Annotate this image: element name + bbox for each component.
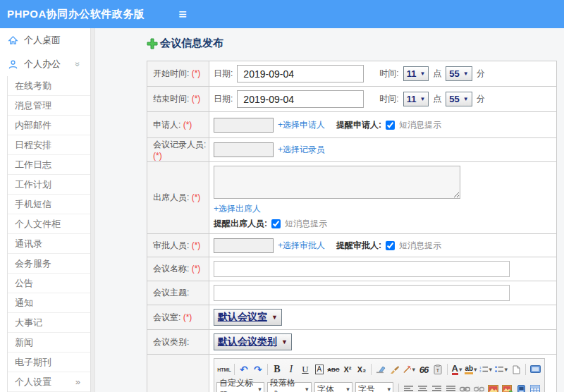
approver-sms-checkbox[interactable] bbox=[386, 241, 395, 250]
form-row-start-time: 开始时间: (*) 日期: 时间: 11 点 55 分 bbox=[147, 61, 557, 87]
sidebar-item-internal-mail[interactable]: 内部邮件 bbox=[8, 116, 90, 135]
bold-icon[interactable]: B bbox=[270, 362, 284, 376]
redo-icon[interactable]: ↷ bbox=[251, 362, 265, 376]
sidebar-item-work-log[interactable]: 工作日志 bbox=[8, 155, 90, 175]
heading-style-select[interactable]: 自定义标题 bbox=[216, 382, 264, 392]
font-color-icon[interactable]: A bbox=[452, 364, 458, 375]
unordered-list-icon[interactable] bbox=[494, 362, 509, 376]
sidebar-item-message-management[interactable]: 消息管理 bbox=[8, 96, 90, 116]
subscript-icon[interactable]: X₂ bbox=[355, 362, 369, 376]
sidebar-sub-menu: 在线考勤 消息管理 内部邮件 日程安排 工作日志 工作计划 手机短信 个人文件柜… bbox=[7, 76, 90, 392]
sidebar-item-label: 个人办公 bbox=[24, 58, 61, 71]
meeting-name-input[interactable] bbox=[214, 261, 510, 277]
form-row-approver: 审批人员: (*) +选择审批人 提醒审批人: 短消息提示 bbox=[147, 234, 557, 257]
format-brush-icon[interactable] bbox=[388, 362, 402, 376]
applicant-sms-checkbox[interactable] bbox=[386, 121, 395, 130]
undo-icon[interactable]: ↶ bbox=[237, 362, 251, 376]
align-justify-icon[interactable] bbox=[443, 382, 458, 392]
ordered-list-icon[interactable]: 12 bbox=[478, 362, 494, 376]
attendees-textarea[interactable] bbox=[214, 166, 460, 199]
end-minute-select[interactable]: 55 bbox=[446, 92, 472, 106]
sms-hint-label: 短消息提示 bbox=[399, 119, 441, 131]
sidebar-item-announcement[interactable]: 公告 bbox=[8, 274, 90, 293]
align-center-icon[interactable] bbox=[415, 382, 429, 392]
highlight-color-icon[interactable]: ab bbox=[465, 365, 473, 374]
time-label: 时间: bbox=[379, 68, 398, 80]
link-icon[interactable] bbox=[458, 382, 472, 392]
start-hour-select[interactable]: 11 bbox=[403, 66, 429, 81]
sidebar: 个人桌面 个人办公 » 在线考勤 消息管理 内部邮件 日程安排 工作日志 工作计… bbox=[0, 28, 90, 392]
align-right-icon[interactable] bbox=[429, 382, 443, 392]
end-date-input[interactable] bbox=[237, 90, 364, 108]
start-minute-select[interactable]: 55 bbox=[446, 66, 472, 81]
home-icon bbox=[7, 35, 18, 46]
html-source-icon[interactable]: HTML bbox=[216, 362, 232, 376]
paste-icon[interactable]: T bbox=[431, 362, 445, 376]
sidebar-item-notice[interactable]: 通知 bbox=[8, 293, 90, 313]
sidebar-item-contacts[interactable]: 通讯录 bbox=[8, 234, 90, 254]
attendees-sms-checkbox[interactable] bbox=[271, 219, 281, 228]
required-mark: (*) bbox=[153, 151, 162, 161]
form-row-attendees: 出席人员: (*) +选择出席人 提醒出席人员: 短消息提示 bbox=[147, 162, 557, 234]
sidebar-item-e-journal[interactable]: 电子期刊 bbox=[8, 353, 90, 372]
new-document-icon[interactable] bbox=[509, 362, 523, 376]
chevron-right-icon: » bbox=[75, 377, 80, 386]
eraser-icon[interactable] bbox=[374, 362, 388, 376]
pick-applicant-link[interactable]: +选择申请人 bbox=[278, 119, 325, 131]
sidebar-item-online-attendance[interactable]: 在线考勤 bbox=[8, 76, 90, 96]
date-label: 日期: bbox=[214, 68, 233, 80]
end-hour-select[interactable]: 11 bbox=[403, 92, 429, 106]
required-mark: (*) bbox=[192, 192, 201, 202]
hour-suffix: 点 bbox=[433, 93, 441, 105]
required-mark: (*) bbox=[192, 68, 201, 78]
blockquote-icon[interactable]: 66 bbox=[417, 362, 431, 376]
sidebar-item-mobile-sms[interactable]: 手机短信 bbox=[8, 195, 90, 214]
required-mark: (*) bbox=[192, 264, 201, 274]
sidebar-item-conference-service[interactable]: 会务服务 bbox=[8, 254, 90, 274]
form-row-meeting-category: 会议类别: 默认会议类别 bbox=[147, 330, 557, 355]
approver-input[interactable] bbox=[214, 238, 274, 253]
sidebar-item-news[interactable]: 新闻 bbox=[8, 333, 90, 353]
quick-format-icon[interactable] bbox=[402, 362, 417, 376]
recorder-input[interactable] bbox=[214, 142, 274, 157]
unlink-icon[interactable] bbox=[472, 382, 486, 392]
pick-attendees-link[interactable]: +选择出席人 bbox=[214, 204, 261, 214]
align-left-icon[interactable] bbox=[401, 382, 415, 392]
insert-image-icon[interactable] bbox=[500, 382, 514, 392]
pick-recorder-link[interactable]: +选择记录员 bbox=[278, 144, 325, 156]
sidebar-item-memorabilia[interactable]: 大事记 bbox=[8, 313, 90, 333]
hamburger-menu-icon[interactable]: ≡ bbox=[178, 7, 187, 21]
sidebar-item-personal-office[interactable]: 个人办公 » bbox=[0, 52, 90, 76]
meeting-room-select[interactable]: 默认会议室 bbox=[214, 309, 282, 326]
fullscreen-icon[interactable] bbox=[528, 362, 542, 376]
superscript-icon[interactable]: X² bbox=[341, 362, 355, 376]
app-title: PHPOA协同办公软件政务版 bbox=[0, 8, 145, 21]
sidebar-item-personal-desktop[interactable]: 个人桌面 bbox=[0, 28, 90, 52]
italic-icon[interactable]: I bbox=[284, 362, 298, 376]
svg-text:T: T bbox=[436, 368, 440, 374]
start-date-input[interactable] bbox=[237, 65, 364, 82]
underline-icon[interactable]: U bbox=[298, 362, 312, 376]
sidebar-item-personal-file-cabinet[interactable]: 个人文件柜 bbox=[8, 214, 90, 234]
meeting-topic-input[interactable] bbox=[214, 285, 510, 301]
header-bar: PHPOA协同办公软件政务版 ≡ bbox=[0, 0, 564, 28]
paragraph-format-select[interactable]: 段落格式 bbox=[267, 382, 312, 392]
minute-suffix: 分 bbox=[477, 68, 485, 80]
applicant-input[interactable] bbox=[214, 118, 274, 133]
required-mark: (*) bbox=[192, 94, 201, 104]
sidebar-scrollbar[interactable] bbox=[90, 28, 95, 392]
image-icon[interactable] bbox=[486, 382, 500, 392]
media-icon[interactable] bbox=[514, 382, 528, 392]
meeting-category-select[interactable]: 默认会议类别 bbox=[214, 333, 292, 350]
table-icon[interactable] bbox=[528, 382, 542, 392]
font-family-select[interactable]: 字体 bbox=[314, 382, 352, 392]
strikethrough-icon[interactable]: ABC bbox=[326, 362, 341, 376]
sidebar-item-personal-settings[interactable]: 个人设置 » bbox=[8, 372, 90, 392]
pick-approver-link[interactable]: +选择审批人 bbox=[278, 240, 325, 252]
sidebar-item-work-plan[interactable]: 工作计划 bbox=[8, 175, 90, 195]
remind-approver-label: 提醒审批人: bbox=[336, 240, 381, 252]
font-size-select[interactable]: 字号 bbox=[355, 382, 393, 392]
font-style-icon[interactable]: A bbox=[315, 365, 324, 374]
editor-toolbar: HTML ↶ ↷ B I U A ABC bbox=[214, 359, 544, 392]
sidebar-item-schedule[interactable]: 日程安排 bbox=[8, 135, 90, 155]
